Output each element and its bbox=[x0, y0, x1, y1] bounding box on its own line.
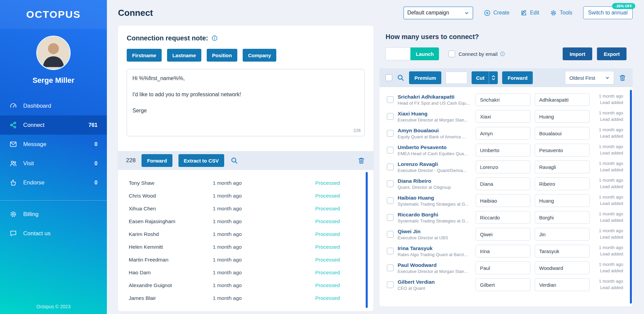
info-icon[interactable] bbox=[211, 35, 218, 41]
first-name-input[interactable] bbox=[476, 127, 530, 140]
avatar bbox=[36, 36, 71, 70]
row-status: Processed bbox=[315, 231, 340, 237]
row-name: Martin Freedman bbox=[129, 257, 213, 263]
trash-icon[interactable] bbox=[357, 156, 365, 165]
first-name-input[interactable] bbox=[476, 93, 530, 106]
note-top: Connection request note: Firstname Lastn… bbox=[118, 26, 373, 136]
user-time: 1 month ago bbox=[599, 93, 623, 100]
user-checkbox[interactable] bbox=[387, 281, 394, 288]
menu-divider bbox=[0, 200, 107, 201]
first-name-input[interactable] bbox=[476, 177, 530, 190]
table-row: Chris Wood1 month agoProcessed bbox=[118, 189, 373, 202]
list-item: Irina TarasyukRates Algo Trading Quant a… bbox=[387, 243, 629, 259]
info-icon[interactable] bbox=[500, 51, 505, 57]
sidebar-item-label: Visit bbox=[23, 160, 34, 167]
first-name-input[interactable] bbox=[476, 278, 530, 291]
cut-button[interactable]: Cut bbox=[472, 71, 498, 84]
sidebar-item-visit[interactable]: Visit 0 bbox=[0, 154, 107, 173]
connection-note-textarea[interactable]: Hi %%first_name%%, I'd like to add you t… bbox=[127, 69, 365, 136]
list-item: Lorenzo RavagliExecutive Director - Quan… bbox=[387, 159, 629, 175]
user-checkbox[interactable] bbox=[387, 96, 394, 103]
last-name-input[interactable] bbox=[535, 245, 590, 257]
sidebar-item-billing[interactable]: Billing bbox=[0, 205, 107, 224]
connect-by-email-checkbox[interactable] bbox=[448, 50, 455, 57]
export-button[interactable]: Export bbox=[597, 47, 627, 60]
last-name-input[interactable] bbox=[535, 110, 590, 123]
last-name-input[interactable] bbox=[535, 127, 590, 140]
last-name-input[interactable] bbox=[535, 228, 590, 241]
scrollbar[interactable] bbox=[630, 90, 632, 304]
first-name-input[interactable] bbox=[476, 228, 530, 241]
user-checkbox[interactable] bbox=[387, 231, 394, 238]
user-checkbox[interactable] bbox=[387, 265, 394, 271]
trash-icon[interactable] bbox=[618, 74, 627, 82]
user-checkbox[interactable] bbox=[387, 214, 394, 221]
last-name-input[interactable] bbox=[535, 278, 590, 291]
user-status: Lead added bbox=[599, 285, 623, 291]
row-time: 1 month ago bbox=[213, 206, 315, 212]
select-all-checkbox[interactable] bbox=[386, 74, 392, 81]
first-name-input[interactable] bbox=[476, 194, 530, 207]
topbar-controls: Default campaign Create Edit Tools Switc… bbox=[404, 6, 633, 19]
cut-count-input[interactable] bbox=[446, 72, 467, 84]
sidebar-item-message[interactable]: Message 0 bbox=[0, 135, 107, 154]
forward-button[interactable]: Forward bbox=[142, 154, 172, 167]
sidebar-item-dashboard[interactable]: Dashboard bbox=[0, 96, 107, 115]
user-subtitle: Executive Director - Quant/Deriva... bbox=[398, 168, 473, 173]
last-name-input[interactable] bbox=[535, 161, 590, 173]
users-count-input[interactable] bbox=[386, 47, 410, 60]
launch-button[interactable]: Launch bbox=[410, 47, 439, 60]
insert-lastname-button[interactable]: Lastname bbox=[167, 49, 201, 62]
campaign-select[interactable]: Default campaign bbox=[404, 7, 473, 19]
list-item: Paul WoodwardExecutive Director at Morga… bbox=[387, 259, 629, 276]
create-button[interactable]: Create bbox=[484, 9, 510, 16]
sidebar-item-connect[interactable]: Connect 761 bbox=[0, 115, 107, 135]
plus-circle-icon bbox=[484, 9, 491, 16]
edit-button[interactable]: Edit bbox=[520, 9, 539, 16]
sort-select[interactable]: Oldest First bbox=[565, 71, 614, 84]
first-name-input[interactable] bbox=[476, 161, 530, 173]
search-icon[interactable] bbox=[230, 156, 238, 165]
insert-position-button[interactable]: Position bbox=[207, 49, 237, 62]
first-name-input[interactable] bbox=[476, 211, 530, 224]
first-name-input[interactable] bbox=[476, 245, 530, 257]
last-name-input[interactable] bbox=[535, 211, 590, 224]
scrollbar[interactable] bbox=[366, 172, 368, 308]
insert-firstname-button[interactable]: Firstname bbox=[127, 49, 162, 62]
extract-to-csv-button[interactable]: Extract to CSV bbox=[178, 154, 224, 167]
user-status: Lead added bbox=[599, 150, 623, 156]
user-checkbox[interactable] bbox=[387, 197, 394, 204]
tools-button[interactable]: Tools bbox=[550, 9, 572, 16]
first-name-input[interactable] bbox=[476, 144, 530, 156]
forward-button[interactable]: Forward bbox=[502, 71, 533, 84]
insert-company-button[interactable]: Company bbox=[243, 49, 276, 62]
last-name-input[interactable] bbox=[535, 93, 590, 106]
last-name-input[interactable] bbox=[535, 194, 590, 207]
user-time: 1 month ago bbox=[599, 278, 623, 285]
table-row: Karim Roshd1 month agoProcessed bbox=[118, 228, 373, 241]
user-status: Lead added bbox=[599, 133, 623, 140]
user-checkbox[interactable] bbox=[387, 248, 394, 254]
note-title: Connection request note: bbox=[127, 34, 208, 42]
row-status: Processed bbox=[315, 270, 340, 276]
user-checkbox[interactable] bbox=[387, 130, 394, 137]
switch-to-annual-button[interactable]: Switch to annual -35% OFF bbox=[583, 6, 633, 19]
search-icon[interactable] bbox=[397, 74, 405, 82]
first-name-input[interactable] bbox=[476, 261, 530, 274]
first-name-input[interactable] bbox=[476, 110, 530, 123]
last-name-input[interactable] bbox=[535, 261, 590, 274]
user-checkbox[interactable] bbox=[387, 147, 394, 153]
stepper-icon[interactable] bbox=[489, 74, 498, 81]
user-checkbox[interactable] bbox=[387, 180, 394, 187]
premium-button[interactable]: Premium bbox=[409, 71, 441, 84]
list-item: Umberto PesaventoEMEA Head of Cash Equit… bbox=[387, 142, 629, 159]
list-item: Diana RibeiroQuant. Director at Citigrou… bbox=[387, 175, 629, 192]
sidebar-item-endorse[interactable]: Endorse 0 bbox=[0, 173, 107, 192]
sidebar-item-contact-us[interactable]: Contact us bbox=[0, 224, 107, 243]
user-subtitle: Rates Algo Trading Quant at Barcl... bbox=[398, 252, 473, 257]
import-button[interactable]: Import bbox=[563, 47, 592, 60]
user-checkbox[interactable] bbox=[387, 164, 394, 170]
last-name-input[interactable] bbox=[535, 177, 590, 190]
last-name-input[interactable] bbox=[535, 144, 590, 156]
user-checkbox[interactable] bbox=[387, 113, 394, 120]
